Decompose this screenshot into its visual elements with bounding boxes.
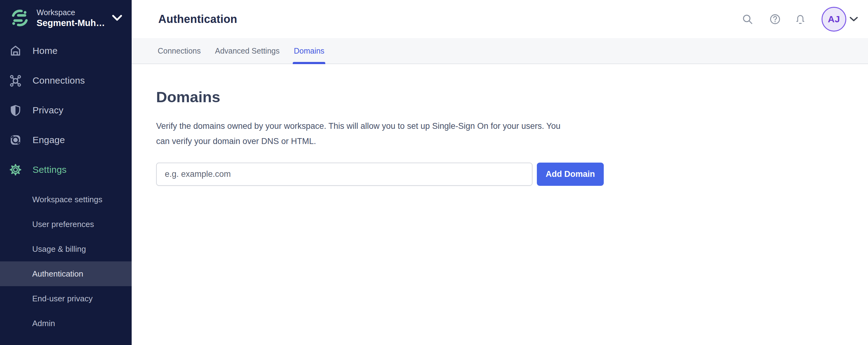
topbar: Authentication [132,0,868,38]
sidebar-item-home[interactable]: Home [0,36,132,66]
page-description: Verify the domains owned by your workspa… [156,119,849,149]
engage-icon [9,133,22,147]
home-icon [9,44,22,57]
sidebar-item-engage[interactable]: Engage [0,125,132,155]
sidebar-subitem-workspace-settings[interactable]: Workspace settings [0,187,132,212]
workspace-switcher[interactable]: Workspace Segment-Muh… [0,0,132,36]
sidebar-item-label: Settings [33,164,67,175]
topbar-actions: AJ [742,7,858,32]
avatar-initials: AJ [828,14,840,25]
settings-subnav: Workspace settings User preferences Usag… [0,185,132,336]
chevron-down-icon [112,14,122,21]
sidebar-item-privacy[interactable]: Privacy [0,95,132,125]
chevron-down-icon[interactable] [849,17,858,22]
sidebar-item-connections[interactable]: Connections [0,66,132,95]
sidebar-item-label: Privacy [33,105,63,116]
page-heading: Domains [156,88,849,105]
workspace-name: Segment-Muh… [36,17,105,29]
sidebar-subitem-authentication[interactable]: Authentication [0,261,132,286]
avatar[interactable]: AJ [822,7,846,32]
sidebar: Workspace Segment-Muh… Home [0,0,132,345]
sidebar-item-label: Home [33,45,58,56]
tab-connections[interactable]: Connections [158,38,201,63]
app-root: Workspace Segment-Muh… Home [0,0,868,345]
tab-bar: Connections Advanced Settings Domains [132,38,868,64]
sidebar-subitem-admin[interactable]: Admin [0,311,132,336]
shield-icon [9,104,22,117]
tab-advanced-settings[interactable]: Advanced Settings [215,38,279,63]
help-icon[interactable] [769,13,781,25]
search-icon[interactable] [742,13,753,25]
gear-icon [9,163,22,176]
domain-input[interactable] [156,163,532,186]
sidebar-subitem-end-user-privacy[interactable]: End-user privacy [0,286,132,311]
add-domain-button[interactable]: Add Domain [537,163,604,186]
tab-domains[interactable]: Domains [294,38,324,63]
sidebar-main-nav: Home Connections [0,36,132,185]
page-title: Authentication [158,13,237,26]
add-domain-row: Add Domain [156,163,849,186]
sidebar-item-settings[interactable]: Settings [0,155,132,185]
main-area: Authentication [132,0,868,345]
segment-logo-icon [10,8,29,28]
sidebar-subitem-user-preferences[interactable]: User preferences [0,212,132,237]
bell-icon[interactable] [794,13,807,26]
workspace-label: Workspace [36,8,105,17]
domains-panel: Domains Verify the domains owned by your… [132,64,868,186]
sidebar-subitem-usage-billing[interactable]: Usage & billing [0,237,132,261]
connections-icon [9,74,22,87]
sidebar-item-label: Connections [33,75,85,86]
sidebar-item-label: Engage [33,135,65,145]
